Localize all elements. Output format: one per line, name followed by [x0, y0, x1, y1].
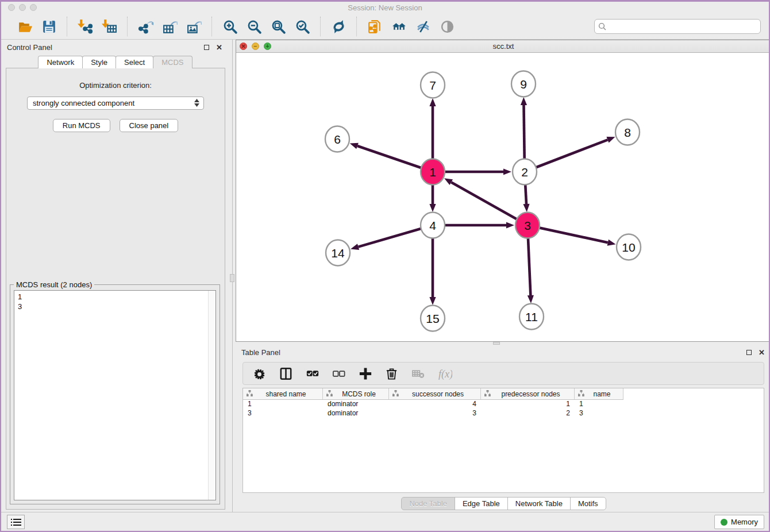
table-cell[interactable]: 1 — [481, 400, 575, 409]
hide-selected-icon[interactable] — [413, 17, 433, 36]
toggle-columns-icon[interactable] — [279, 366, 294, 381]
graph-node-2[interactable]: 2 — [513, 159, 537, 185]
column-header-successor-nodes[interactable]: successor nodes — [389, 388, 481, 399]
svg-text:1: 1 — [429, 165, 436, 179]
delete-table-icon — [411, 366, 426, 381]
table-tab-node-table[interactable]: Node Table — [401, 497, 455, 510]
column-type-icon — [484, 390, 491, 398]
toolbar-group — [356, 17, 465, 36]
export-network-icon[interactable] — [136, 17, 155, 36]
control-tab-style[interactable]: Style — [82, 56, 116, 68]
network-canvas[interactable]: 7968124314101511 — [236, 53, 770, 341]
zoom-fit-icon[interactable] — [268, 17, 288, 36]
zoom-selected-icon[interactable] — [292, 17, 312, 36]
delete-columns-icon[interactable] — [384, 366, 399, 381]
graph-node-7[interactable]: 7 — [421, 72, 445, 98]
close-panel-button[interactable]: Close panel — [120, 119, 179, 132]
svg-text:11: 11 — [525, 310, 538, 323]
table-cell[interactable]: 3 — [389, 409, 481, 418]
mcds-result-scrollbar[interactable] — [208, 291, 215, 500]
vertical-splitter[interactable] — [229, 40, 236, 515]
svg-text:15: 15 — [426, 312, 439, 325]
table-panel-close-button[interactable]: ✕ — [758, 349, 765, 356]
table-cell[interactable]: dominator — [323, 409, 389, 418]
copy-network-icon[interactable] — [365, 17, 384, 36]
memory-status-icon — [721, 519, 727, 526]
export-image-icon[interactable] — [184, 17, 203, 36]
graph-edge-arrow-4-3 — [506, 222, 514, 228]
open-session-icon[interactable] — [15, 17, 34, 36]
import-network-icon[interactable] — [75, 17, 95, 36]
column-header-shared-name[interactable]: shared name — [243, 388, 323, 399]
refresh-layout-icon[interactable] — [329, 17, 348, 36]
table-cell[interactable]: 4 — [389, 400, 481, 409]
toolbar-group — [7, 17, 67, 36]
control-tab-select[interactable]: Select — [116, 56, 153, 68]
table-panel-header: Table Panel ✕ — [236, 345, 770, 360]
graph-node-9[interactable]: 9 — [511, 71, 536, 97]
vertical-splitter-grip[interactable] — [230, 274, 234, 282]
svg-text:9: 9 — [520, 78, 527, 91]
task-history-button[interactable] — [7, 515, 25, 529]
save-session-icon[interactable] — [39, 17, 59, 36]
select-all-icon[interactable] — [305, 366, 320, 381]
graph-node-8[interactable]: 8 — [615, 119, 640, 145]
first-neighbors-icon[interactable] — [389, 17, 409, 36]
settings-gear-icon[interactable] — [252, 366, 267, 381]
table-cell[interactable]: 1 — [575, 400, 623, 409]
graph-edge-2-8[interactable] — [525, 140, 607, 172]
graph-edge-arrow-1-2 — [503, 168, 511, 175]
table-cell[interactable]: 3 — [243, 409, 323, 418]
table-cell[interactable]: 1 — [243, 400, 323, 409]
table-cell[interactable]: dominator — [323, 400, 389, 409]
graph-node-6[interactable]: 6 — [325, 126, 349, 152]
import-table-icon[interactable] — [99, 17, 119, 36]
toolbar-group — [211, 17, 320, 36]
graphics-details-icon[interactable] — [437, 17, 457, 36]
window-title: Session: New Session — [1, 3, 769, 12]
graph-node-11[interactable]: 11 — [519, 304, 544, 330]
graph-edge-3-1[interactable] — [451, 182, 528, 225]
graph-node-1[interactable]: 1 — [421, 159, 445, 185]
table-tab-motifs[interactable]: Motifs — [570, 497, 606, 510]
graph-node-10[interactable]: 10 — [617, 234, 641, 260]
search-input[interactable] — [594, 19, 761, 34]
zoom-out-icon[interactable] — [244, 17, 264, 36]
table-panel-float-button[interactable] — [745, 349, 753, 356]
optimization-criterion-select[interactable]: strongly connected component — [27, 97, 204, 110]
toolbar-group — [127, 17, 211, 36]
control-panel: Control Panel ✕ NetworkStyleSelectMCDS O… — [1, 40, 229, 515]
control-panel-float-button[interactable] — [203, 44, 210, 51]
table-tab-network-table[interactable]: Network Table — [507, 497, 571, 510]
export-table-icon[interactable] — [160, 17, 179, 36]
column-header-predecessor-nodes[interactable]: predecessor nodes — [481, 388, 575, 399]
table-cell[interactable]: 2 — [481, 409, 575, 418]
mcds-result-textarea[interactable]: 1 3 — [14, 290, 216, 500]
svg-text:6: 6 — [334, 133, 341, 146]
graph-edge-arrow-3-1 — [444, 178, 453, 185]
graph-node-15[interactable]: 15 — [421, 306, 445, 331]
graph-node-14[interactable]: 14 — [326, 240, 350, 266]
column-header-name[interactable]: name — [575, 388, 623, 399]
memory-button[interactable]: Memory — [714, 515, 764, 529]
zoom-in-icon[interactable] — [220, 17, 240, 36]
deselect-all-icon[interactable] — [332, 366, 346, 381]
add-column-icon[interactable] — [358, 366, 373, 381]
graph-node-3[interactable]: 3 — [515, 213, 540, 238]
control-tab-network[interactable]: Network — [38, 56, 83, 68]
control-tab-mcds[interactable]: MCDS — [153, 56, 192, 68]
graph-edge-arrow-4-15 — [429, 297, 436, 305]
table-cell[interactable]: 3 — [575, 409, 623, 418]
control-panel-close-button[interactable]: ✕ — [215, 44, 223, 51]
table-panel-title: Table Panel — [241, 348, 280, 357]
run-mcds-button[interactable]: Run MCDS — [53, 119, 110, 132]
graph-edge-arrow-4-14 — [351, 244, 359, 250]
network-view-frame: ✕ − + scc.txt 7968124314101511 — [236, 40, 770, 342]
table-tab-edge-table[interactable]: Edge Table — [455, 497, 508, 510]
svg-text:8: 8 — [624, 126, 631, 139]
network-frame-titlebar[interactable]: ✕ − + scc.txt — [236, 40, 770, 53]
table-row[interactable]: 1dominator411 — [243, 400, 764, 409]
column-header-MCDS-role[interactable]: MCDS role — [323, 388, 389, 399]
table-row[interactable]: 3dominator323 — [243, 409, 764, 418]
graph-node-4[interactable]: 4 — [421, 213, 445, 238]
